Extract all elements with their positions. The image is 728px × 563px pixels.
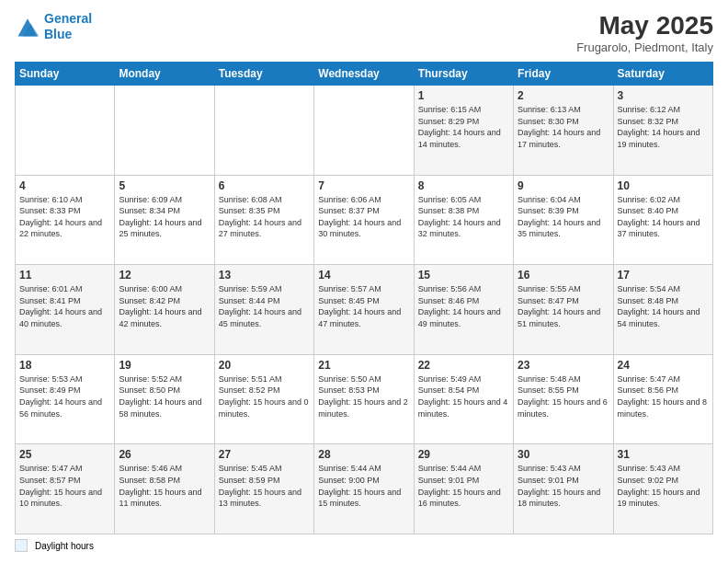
day-number: 11 bbox=[19, 269, 110, 282]
day-of-week-header: Thursday bbox=[414, 63, 513, 86]
calendar-cell: 12Sunrise: 6:00 AM Sunset: 8:42 PM Dayli… bbox=[115, 265, 214, 355]
day-info: Sunrise: 5:55 AM Sunset: 8:47 PM Dayligh… bbox=[518, 283, 609, 329]
day-number: 30 bbox=[518, 448, 609, 461]
day-number: 28 bbox=[318, 448, 409, 461]
day-number: 14 bbox=[318, 269, 409, 282]
calendar-cell: 6Sunrise: 6:08 AM Sunset: 8:35 PM Daylig… bbox=[214, 175, 313, 265]
calendar-cell: 2Sunrise: 6:13 AM Sunset: 8:30 PM Daylig… bbox=[514, 86, 613, 176]
day-of-week-header: Wednesday bbox=[314, 63, 414, 86]
calendar-cell: 23Sunrise: 5:48 AM Sunset: 8:55 PM Dayli… bbox=[514, 354, 613, 444]
day-info: Sunrise: 5:53 AM Sunset: 8:49 PM Dayligh… bbox=[19, 373, 110, 419]
calendar-cell: 10Sunrise: 6:02 AM Sunset: 8:40 PM Dayli… bbox=[613, 175, 712, 265]
day-info: Sunrise: 5:43 AM Sunset: 9:01 PM Dayligh… bbox=[518, 463, 609, 509]
day-info: Sunrise: 5:44 AM Sunset: 9:01 PM Dayligh… bbox=[418, 463, 509, 509]
day-info: Sunrise: 5:43 AM Sunset: 9:02 PM Dayligh… bbox=[618, 463, 709, 509]
calendar-cell: 1Sunrise: 6:15 AM Sunset: 8:29 PM Daylig… bbox=[414, 86, 513, 176]
day-number: 1 bbox=[418, 89, 509, 102]
day-info: Sunrise: 5:51 AM Sunset: 8:52 PM Dayligh… bbox=[219, 373, 310, 419]
calendar-cell: 14Sunrise: 5:57 AM Sunset: 8:45 PM Dayli… bbox=[314, 265, 414, 355]
day-number: 25 bbox=[19, 448, 110, 461]
day-number: 17 bbox=[618, 269, 709, 282]
calendar-subtitle: Frugarolo, Piedmont, Italy bbox=[576, 40, 713, 54]
day-info: Sunrise: 6:02 AM Sunset: 8:40 PM Dayligh… bbox=[618, 194, 709, 240]
calendar-header: SundayMondayTuesdayWednesdayThursdayFrid… bbox=[16, 63, 713, 86]
calendar-cell: 24Sunrise: 5:47 AM Sunset: 8:56 PM Dayli… bbox=[613, 354, 712, 444]
day-info: Sunrise: 6:12 AM Sunset: 8:32 PM Dayligh… bbox=[618, 104, 709, 150]
day-info: Sunrise: 5:47 AM Sunset: 8:56 PM Dayligh… bbox=[618, 373, 709, 419]
calendar-cell: 11Sunrise: 6:01 AM Sunset: 8:41 PM Dayli… bbox=[16, 265, 115, 355]
calendar-cell: 4Sunrise: 6:10 AM Sunset: 8:33 PM Daylig… bbox=[16, 175, 115, 265]
day-number: 3 bbox=[618, 89, 709, 102]
day-number: 23 bbox=[518, 359, 609, 372]
day-number: 5 bbox=[119, 179, 210, 192]
day-info: Sunrise: 5:49 AM Sunset: 8:54 PM Dayligh… bbox=[418, 373, 509, 419]
page: General Blue May 2025 Frugarolo, Piedmon… bbox=[0, 0, 728, 563]
day-of-week-header: Saturday bbox=[613, 63, 712, 86]
calendar-week-row: 4Sunrise: 6:10 AM Sunset: 8:33 PM Daylig… bbox=[16, 175, 713, 265]
day-info: Sunrise: 6:05 AM Sunset: 8:38 PM Dayligh… bbox=[418, 194, 509, 240]
day-number: 18 bbox=[19, 359, 110, 372]
day-info: Sunrise: 6:04 AM Sunset: 8:39 PM Dayligh… bbox=[518, 194, 609, 240]
calendar-week-row: 1Sunrise: 6:15 AM Sunset: 8:29 PM Daylig… bbox=[16, 86, 713, 176]
calendar-cell: 7Sunrise: 6:06 AM Sunset: 8:37 PM Daylig… bbox=[314, 175, 414, 265]
day-number: 6 bbox=[219, 179, 310, 192]
calendar-body: 1Sunrise: 6:15 AM Sunset: 8:29 PM Daylig… bbox=[16, 86, 713, 534]
day-number: 12 bbox=[119, 269, 210, 282]
day-of-week-header: Sunday bbox=[16, 63, 115, 86]
calendar-cell: 15Sunrise: 5:56 AM Sunset: 8:46 PM Dayli… bbox=[414, 265, 513, 355]
legend-label: Daylight hours bbox=[35, 541, 94, 551]
logo-icon bbox=[15, 14, 40, 40]
day-info: Sunrise: 6:06 AM Sunset: 8:37 PM Dayligh… bbox=[318, 194, 409, 240]
calendar-cell: 21Sunrise: 5:50 AM Sunset: 8:53 PM Dayli… bbox=[314, 354, 414, 444]
calendar-cell: 25Sunrise: 5:47 AM Sunset: 8:57 PM Dayli… bbox=[16, 444, 115, 534]
calendar-cell: 29Sunrise: 5:44 AM Sunset: 9:01 PM Dayli… bbox=[414, 444, 513, 534]
day-number: 16 bbox=[518, 269, 609, 282]
day-info: Sunrise: 6:09 AM Sunset: 8:34 PM Dayligh… bbox=[119, 194, 210, 240]
day-info: Sunrise: 5:57 AM Sunset: 8:45 PM Dayligh… bbox=[318, 283, 409, 329]
day-info: Sunrise: 5:52 AM Sunset: 8:50 PM Dayligh… bbox=[119, 373, 210, 419]
day-info: Sunrise: 5:50 AM Sunset: 8:53 PM Dayligh… bbox=[318, 373, 409, 419]
day-info: Sunrise: 6:10 AM Sunset: 8:33 PM Dayligh… bbox=[19, 194, 110, 240]
calendar-cell: 16Sunrise: 5:55 AM Sunset: 8:47 PM Dayli… bbox=[514, 265, 613, 355]
calendar-cell: 8Sunrise: 6:05 AM Sunset: 8:38 PM Daylig… bbox=[414, 175, 513, 265]
header-row: SundayMondayTuesdayWednesdayThursdayFrid… bbox=[16, 63, 713, 86]
calendar-cell: 20Sunrise: 5:51 AM Sunset: 8:52 PM Dayli… bbox=[214, 354, 313, 444]
day-number: 22 bbox=[418, 359, 509, 372]
logo-general: General bbox=[44, 11, 92, 26]
day-of-week-header: Friday bbox=[514, 63, 613, 86]
logo: General Blue bbox=[15, 11, 92, 42]
day-number: 19 bbox=[119, 359, 210, 372]
day-number: 27 bbox=[219, 448, 310, 461]
day-info: Sunrise: 5:46 AM Sunset: 8:58 PM Dayligh… bbox=[119, 463, 210, 509]
calendar-cell bbox=[214, 86, 313, 176]
day-number: 13 bbox=[219, 269, 310, 282]
calendar-cell bbox=[115, 86, 214, 176]
calendar-cell: 19Sunrise: 5:52 AM Sunset: 8:50 PM Dayli… bbox=[115, 354, 214, 444]
calendar-title: May 2025 bbox=[576, 11, 713, 40]
calendar-week-row: 18Sunrise: 5:53 AM Sunset: 8:49 PM Dayli… bbox=[16, 354, 713, 444]
day-number: 29 bbox=[418, 448, 509, 461]
day-info: Sunrise: 5:48 AM Sunset: 8:55 PM Dayligh… bbox=[518, 373, 609, 419]
calendar-cell bbox=[314, 86, 414, 176]
day-number: 4 bbox=[19, 179, 110, 192]
logo-blue: Blue bbox=[44, 27, 72, 41]
day-info: Sunrise: 5:56 AM Sunset: 8:46 PM Dayligh… bbox=[418, 283, 509, 329]
footer: Daylight hours bbox=[15, 539, 713, 552]
calendar-cell: 5Sunrise: 6:09 AM Sunset: 8:34 PM Daylig… bbox=[115, 175, 214, 265]
day-number: 24 bbox=[618, 359, 709, 372]
calendar-cell: 3Sunrise: 6:12 AM Sunset: 8:32 PM Daylig… bbox=[613, 86, 712, 176]
day-info: Sunrise: 6:08 AM Sunset: 8:35 PM Dayligh… bbox=[219, 194, 310, 240]
day-number: 10 bbox=[618, 179, 709, 192]
day-number: 20 bbox=[219, 359, 310, 372]
calendar-cell: 31Sunrise: 5:43 AM Sunset: 9:02 PM Dayli… bbox=[613, 444, 712, 534]
day-info: Sunrise: 5:59 AM Sunset: 8:44 PM Dayligh… bbox=[219, 283, 310, 329]
day-info: Sunrise: 6:00 AM Sunset: 8:42 PM Dayligh… bbox=[119, 283, 210, 329]
calendar-cell: 22Sunrise: 5:49 AM Sunset: 8:54 PM Dayli… bbox=[414, 354, 513, 444]
day-number: 15 bbox=[418, 269, 509, 282]
calendar-cell: 27Sunrise: 5:45 AM Sunset: 8:59 PM Dayli… bbox=[214, 444, 313, 534]
day-info: Sunrise: 5:44 AM Sunset: 9:00 PM Dayligh… bbox=[318, 463, 409, 509]
calendar-cell: 17Sunrise: 5:54 AM Sunset: 8:48 PM Dayli… bbox=[613, 265, 712, 355]
day-info: Sunrise: 5:47 AM Sunset: 8:57 PM Dayligh… bbox=[19, 463, 110, 509]
calendar-week-row: 11Sunrise: 6:01 AM Sunset: 8:41 PM Dayli… bbox=[16, 265, 713, 355]
day-info: Sunrise: 5:45 AM Sunset: 8:59 PM Dayligh… bbox=[219, 463, 310, 509]
